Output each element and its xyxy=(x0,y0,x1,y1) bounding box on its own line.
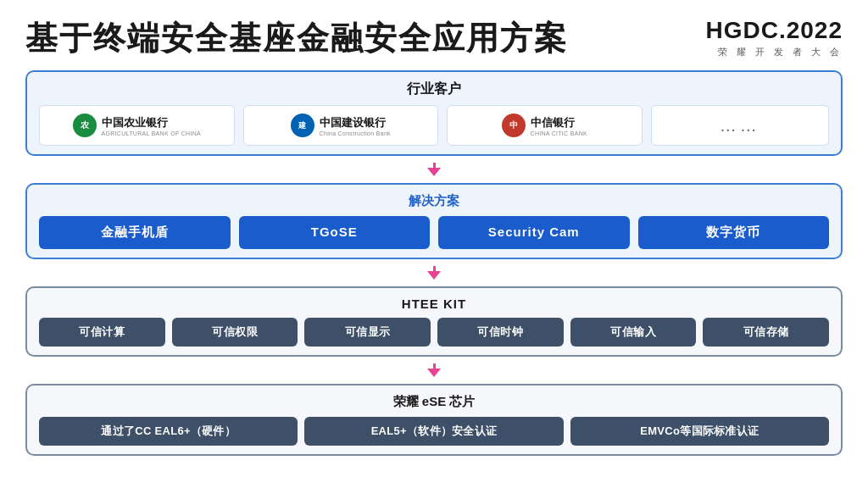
arrow-head-2 xyxy=(427,271,441,280)
brand-name: HGDC.2022 xyxy=(705,17,843,44)
arrow-down-1 xyxy=(427,163,441,176)
htee-item-4: 可信输入 xyxy=(570,318,697,347)
htee-item-2: 可信显示 xyxy=(304,318,431,347)
ese-row: 通过了CC EAL6+（硬件） EAL5+（软件）安全认证 EMVCo等国际标准… xyxy=(39,417,829,446)
bank-logo-0: 农 xyxy=(73,114,97,137)
ese-item-0: 通过了CC EAL6+（硬件） xyxy=(39,417,298,446)
header: 基于终端安全基座金融安全应用方案 HGDC.2022 荣 耀 开 发 者 大 会 xyxy=(25,17,843,60)
solution-item-0: 金融手机盾 xyxy=(39,216,231,249)
solution-item-3: 数字货币 xyxy=(638,216,830,249)
banks-row: 农 中国农业银行 AGRICULTURAL BANK OF CHINA 建 中国… xyxy=(39,105,829,146)
arrow-1 xyxy=(25,163,843,176)
bank-name-cn-1: 中国建设银行 xyxy=(320,115,391,130)
htee-item-1: 可信权限 xyxy=(172,318,298,347)
bank-name-cn-0: 中国农业银行 xyxy=(102,115,201,130)
ese-item-2: EMVCo等国际标准认证 xyxy=(570,417,829,446)
ese-item-1: EAL5+（软件）安全认证 xyxy=(304,417,563,446)
page: 基于终端安全基座金融安全应用方案 HGDC.2022 荣 耀 开 发 者 大 会… xyxy=(0,0,868,488)
bank-name-cn-2: 中信银行 xyxy=(531,115,587,130)
bank-name-en-0: AGRICULTURAL BANK OF CHINA xyxy=(102,130,201,136)
brand: HGDC.2022 荣 耀 开 发 者 大 会 xyxy=(705,17,843,58)
arrow-3 xyxy=(25,363,843,377)
ese-title: 荣耀 eSE 芯片 xyxy=(39,394,829,410)
brand-sub: 荣 耀 开 发 者 大 会 xyxy=(705,46,843,58)
bank-logo-1: 建 xyxy=(291,114,314,137)
industry-title: 行业客户 xyxy=(39,80,829,98)
arrow-down-2 xyxy=(427,266,441,280)
bank-text-0: 中国农业银行 AGRICULTURAL BANK OF CHINA xyxy=(102,115,201,136)
solution-section: 解决方案 金融手机盾 TGoSE Security Cam 数字货币 xyxy=(25,183,843,259)
bank-logo-2: 中 xyxy=(502,114,526,137)
bank-card-1: 建 中国建设银行 China Construction Bank xyxy=(243,105,439,146)
arrow-down-3 xyxy=(427,363,441,377)
bank-name-en-2: CHINA CITIC BANK xyxy=(531,130,587,136)
arrow-2 xyxy=(25,266,843,280)
solution-item-1: TGoSE xyxy=(239,216,431,249)
htee-row: 可信计算 可信权限 可信显示 可信时钟 可信输入 可信存储 xyxy=(39,318,829,347)
solution-row: 金融手机盾 TGoSE Security Cam 数字货币 xyxy=(39,216,829,249)
htee-item-5: 可信存储 xyxy=(703,318,829,347)
htee-section: HTEE KIT 可信计算 可信权限 可信显示 可信时钟 可信输入 可信存储 xyxy=(25,286,843,357)
htee-title: HTEE KIT xyxy=(39,297,829,311)
bank-name-en-1: China Construction Bank xyxy=(320,130,391,136)
bank-card-2: 中 中信银行 CHINA CITIC BANK xyxy=(447,105,643,146)
main-title: 基于终端安全基座金融安全应用方案 xyxy=(25,17,568,60)
industry-section: 行业客户 农 中国农业银行 AGRICULTURAL BANK OF CHINA… xyxy=(25,70,843,156)
dots-card: …… xyxy=(651,105,830,146)
arrow-head-1 xyxy=(427,168,441,176)
bank-card-0: 农 中国农业银行 AGRICULTURAL BANK OF CHINA xyxy=(39,105,235,146)
ese-section: 荣耀 eSE 芯片 通过了CC EAL6+（硬件） EAL5+（软件）安全认证 … xyxy=(25,384,843,456)
htee-item-0: 可信计算 xyxy=(39,318,165,347)
bank-text-1: 中国建设银行 China Construction Bank xyxy=(320,115,391,136)
arrow-head-3 xyxy=(427,369,441,377)
diagram: 行业客户 农 中国农业银行 AGRICULTURAL BANK OF CHINA… xyxy=(25,70,843,471)
bank-text-2: 中信银行 CHINA CITIC BANK xyxy=(531,115,587,136)
solution-title: 解决方案 xyxy=(39,193,829,209)
htee-item-3: 可信时钟 xyxy=(437,318,564,347)
solution-item-2: Security Cam xyxy=(438,216,630,249)
